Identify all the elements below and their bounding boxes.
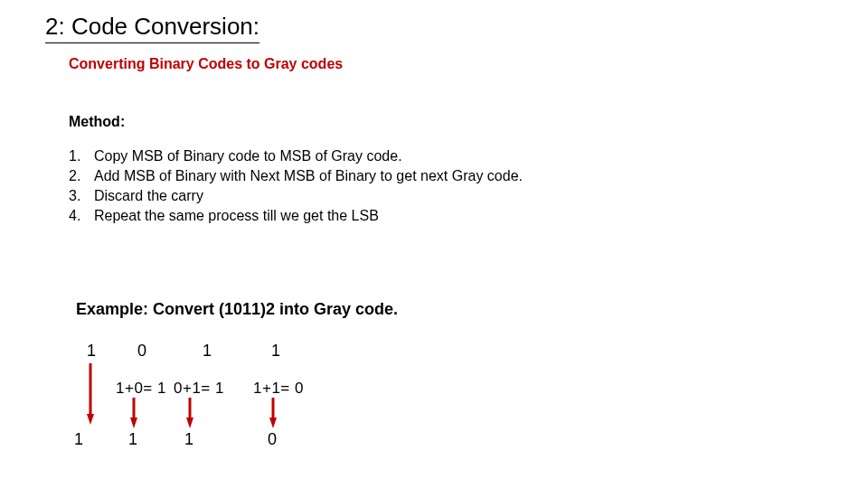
step-number: 2. bbox=[69, 166, 94, 186]
page-title: 2: Code Conversion: bbox=[45, 13, 259, 43]
arrow-down-icon bbox=[269, 398, 282, 430]
svg-marker-1 bbox=[87, 414, 94, 425]
gray-bit-3: 0 bbox=[268, 430, 277, 449]
svg-marker-3 bbox=[130, 418, 137, 428]
list-item: 3.Discard the carry bbox=[69, 186, 523, 206]
step-number: 3. bbox=[69, 186, 94, 206]
step-text: Copy MSB of Binary code to MSB of Gray c… bbox=[94, 146, 402, 166]
method-steps: 1.Copy MSB of Binary code to MSB of Gray… bbox=[69, 146, 523, 226]
binary-bit-3: 1 bbox=[271, 342, 280, 361]
step-text: Add MSB of Binary with Next MSB of Binar… bbox=[94, 166, 523, 186]
example-label: Example: Convert (1011)2 into Gray code. bbox=[76, 300, 398, 319]
step-number: 1. bbox=[69, 146, 94, 166]
step-text: Repeat the same process till we get the … bbox=[94, 206, 379, 226]
calc-3: 1+1= 0 bbox=[253, 380, 304, 398]
svg-marker-5 bbox=[186, 418, 193, 428]
arrow-down-icon bbox=[186, 398, 199, 430]
subtitle: Converting Binary Codes to Gray codes bbox=[69, 56, 343, 72]
step-text: Discard the carry bbox=[94, 186, 203, 206]
svg-marker-7 bbox=[269, 418, 277, 428]
gray-bit-1: 1 bbox=[128, 430, 137, 449]
method-label: Method: bbox=[69, 114, 125, 130]
arrow-down-icon bbox=[130, 398, 143, 430]
binary-bit-1: 0 bbox=[137, 342, 146, 361]
binary-bit-0: 1 bbox=[87, 342, 96, 361]
list-item: 1.Copy MSB of Binary code to MSB of Gray… bbox=[69, 146, 523, 166]
calc-1: 1+0= 1 bbox=[116, 380, 166, 398]
binary-bit-2: 1 bbox=[203, 342, 212, 361]
list-item: 4.Repeat the same process till we get th… bbox=[69, 206, 523, 226]
calc-2: 0+1= 1 bbox=[174, 380, 224, 398]
arrow-down-icon bbox=[87, 363, 99, 427]
gray-bit-2: 1 bbox=[184, 430, 193, 449]
gray-bit-0: 1 bbox=[74, 430, 83, 449]
step-number: 4. bbox=[69, 206, 94, 226]
list-item: 2.Add MSB of Binary with Next MSB of Bin… bbox=[69, 166, 523, 186]
